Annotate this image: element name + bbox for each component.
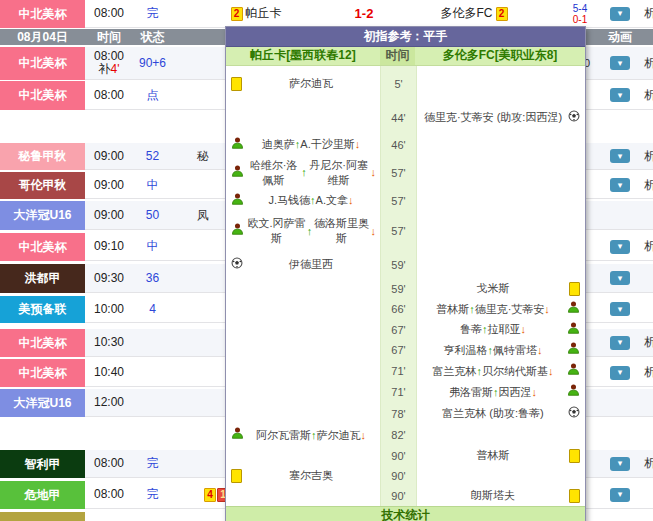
animation-dropdown-button[interactable]: ▾ <box>610 336 630 350</box>
analysis-link[interactable]: 析 <box>644 364 653 381</box>
home-event-cell: 阿尔瓦雷斯↑萨尔迪瓦↓ <box>226 425 380 446</box>
event-row: 阿尔瓦雷斯↑萨尔迪瓦↓82' <box>226 425 585 446</box>
sub-out-arrow-icon: ↓ <box>361 428 367 443</box>
analysis-cell <box>640 389 653 417</box>
animation-cell: ▾ <box>600 264 641 293</box>
header-filler3 <box>640 29 653 45</box>
league-cell: 秘鲁甲秋 <box>0 143 85 170</box>
event-time-cell: 59' <box>380 251 417 279</box>
league-cell: 洪都甲 <box>0 264 85 293</box>
substitution-player-icon <box>231 427 244 444</box>
animation-dropdown-button[interactable]: ▾ <box>610 56 630 70</box>
event-player: 朗斯塔夫 <box>471 488 515 503</box>
event-time-cell: 5' <box>380 66 417 102</box>
analysis-link[interactable]: 析 <box>644 5 653 22</box>
time-value: 08:00 <box>94 488 124 501</box>
event-time-cell: 67' <box>380 340 417 361</box>
away-event-cell <box>417 466 585 486</box>
soccer-ball-icon <box>231 257 243 273</box>
animation-cell: ▾ <box>600 143 641 170</box>
analysis-link[interactable]: 析 <box>644 334 653 351</box>
match-time: 09:30 <box>85 264 134 293</box>
match-time: 10:00 <box>85 296 134 323</box>
match-status: 完 <box>133 450 173 478</box>
player-out: A.文拿 <box>316 193 348 208</box>
league-cell: 中北美杯 <box>0 47 85 80</box>
animation-cell: ▾ <box>600 81 641 110</box>
sub-out-arrow-icon: ↓ <box>532 385 538 400</box>
animation-dropdown-button[interactable]: ▾ <box>610 488 630 502</box>
event-time-cell: 71' <box>380 382 417 403</box>
animation-cell: ▾ <box>600 359 641 387</box>
event-player: 塞尔吉奥 <box>289 468 333 483</box>
home-event-cell <box>226 340 380 361</box>
analysis-cell: 析 <box>640 233 653 261</box>
away-event-cell <box>417 425 585 446</box>
league-cell: 中北美杯 <box>0 233 85 261</box>
analysis-link[interactable]: 析 <box>644 87 653 104</box>
home-yellowcard-badge: 2 <box>231 7 243 21</box>
match-status <box>133 512 173 521</box>
analysis-link[interactable]: 析 <box>644 455 653 472</box>
animation-cell: ▾ <box>600 233 641 261</box>
half-score-top: 5-4 <box>573 3 587 14</box>
animation-dropdown-button[interactable]: ▾ <box>610 271 630 285</box>
event-row: 90'普林斯 <box>226 446 585 466</box>
time-value: 12:00 <box>94 396 124 409</box>
substitution-player-icon <box>567 321 580 338</box>
event-row: 44'德里克·艾蒂安 (助攻:因西涅) <box>226 102 585 134</box>
substitution-player-icon <box>231 136 244 153</box>
player-in: 富兰克林 <box>433 364 477 379</box>
home-event-cell <box>226 320 380 340</box>
home-event-cell <box>226 403 380 425</box>
event-time-cell: 90' <box>380 446 417 466</box>
player-out: 丹尼尔·阿塞维斯 <box>307 158 371 188</box>
substitution-player-icon <box>567 384 580 401</box>
event-row: 71'弗洛雷斯↑因西涅↓ <box>226 382 585 403</box>
event-time-cell: 90' <box>380 466 417 486</box>
animation-dropdown-button[interactable]: ▾ <box>610 149 630 163</box>
animation-dropdown-button[interactable]: ▾ <box>610 178 630 192</box>
player-in: J.马钱德 <box>269 193 311 208</box>
analysis-link[interactable]: 析 <box>644 177 653 194</box>
popup-header-row: 帕丘卡[墨西联春12] 时间 多伦多FC[美职业东8] <box>226 47 585 66</box>
home-team-name[interactable]: 帕丘卡 <box>246 5 282 22</box>
time-value: 09:00 <box>94 209 124 222</box>
away-team-cell: 多伦多FC 2 <box>388 0 561 28</box>
away-yellowcard-badge: 2 <box>496 7 508 21</box>
match-status: 52 <box>133 143 173 170</box>
event-time-cell: 46' <box>380 134 417 156</box>
animation-dropdown-button[interactable]: ▾ <box>610 457 630 471</box>
event-time-cell: 44' <box>380 102 417 134</box>
animation-dropdown-button[interactable]: ▾ <box>610 366 630 380</box>
animation-dropdown-button[interactable]: ▾ <box>610 7 630 21</box>
event-timeline: 萨尔迪瓦5'44'德里克·艾蒂安 (助攻:因西涅)迪奥萨↑A.干沙里斯↓46'哈… <box>226 66 585 506</box>
animation-dropdown-button[interactable]: ▾ <box>610 88 630 102</box>
animation-cell <box>600 389 641 417</box>
away-event-cell <box>417 156 585 190</box>
match-time: 08:00 <box>85 0 134 28</box>
event-row: 59'戈米斯 <box>226 279 585 299</box>
away-event-cell: 富兰克林↑贝尔纳代斯基↓ <box>417 361 585 382</box>
event-row: 67'亨利温格↑佩特雷塔↓ <box>226 340 585 361</box>
sub-out-arrow-icon: ↓ <box>544 302 550 317</box>
player-in: 弗洛雷斯 <box>449 385 493 400</box>
analysis-cell <box>640 481 653 509</box>
analysis-link[interactable]: 析 <box>644 55 653 72</box>
status-header: 状态 <box>133 29 173 45</box>
match-row-top: 中北美杯 08:00 完 2 帕丘卡 1-2 多伦多FC 2 5-4 0-1 ▾… <box>0 0 653 28</box>
away-event-cell: 弗洛雷斯↑因西涅↓ <box>417 382 585 403</box>
animation-dropdown-button[interactable]: ▾ <box>610 240 630 254</box>
event-row: 伊德里西59' <box>226 251 585 279</box>
match-time: 08:00 <box>85 481 134 509</box>
away-team-name[interactable]: 多伦多FC <box>441 5 493 22</box>
yellow-card-icon <box>569 282 580 296</box>
animation-cell: ▾ <box>600 329 641 357</box>
animation-dropdown-button[interactable]: ▾ <box>610 302 630 316</box>
analysis-link[interactable]: 析 <box>644 148 653 165</box>
popup-footer: 技术统计 <box>226 506 585 521</box>
substitution-player-icon <box>567 301 580 318</box>
analysis-cell <box>640 264 653 293</box>
event-player: 普林斯 <box>477 448 510 463</box>
analysis-link[interactable]: 析 <box>644 238 653 255</box>
